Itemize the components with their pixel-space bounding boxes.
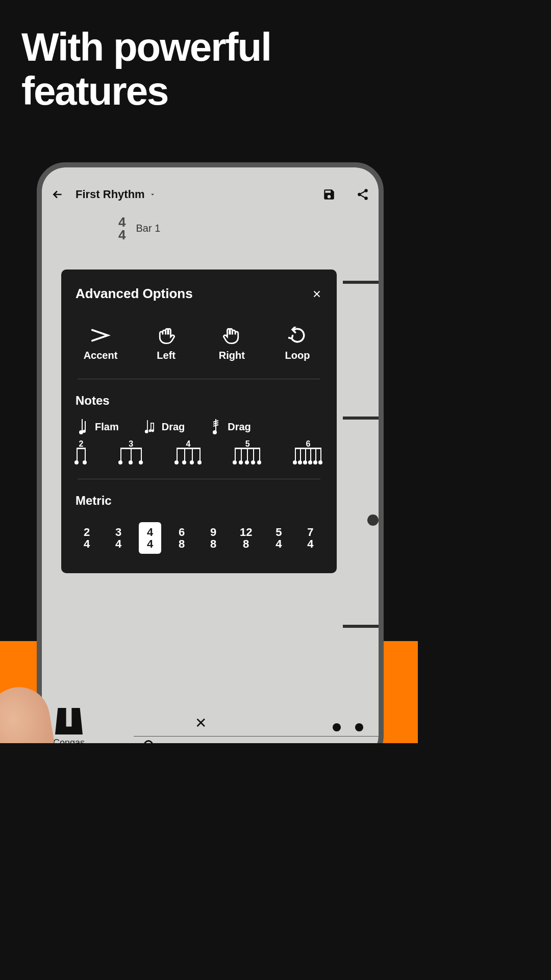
chevron-down-icon	[149, 191, 156, 198]
action-loop[interactable]: Loop	[274, 326, 320, 361]
metric-12-8[interactable]: 128	[234, 522, 258, 554]
action-row: Accent Left Right	[76, 326, 322, 379]
topbar: First Rhythm	[42, 183, 379, 206]
notes-section-title: Notes	[76, 394, 322, 408]
hand-right-icon	[221, 326, 242, 345]
ts-bottom: 4	[118, 229, 126, 241]
instrument-congas[interactable]: Congas	[53, 708, 85, 743]
svg-point-2	[364, 197, 368, 200]
advanced-options-modal: Advanced Options Accent Left	[61, 270, 337, 573]
divider	[78, 479, 320, 479]
action-right-hand[interactable]: Right	[209, 326, 255, 361]
svg-rect-5	[85, 421, 86, 431]
song-title-text: First Rhythm	[76, 188, 145, 201]
hero-title: With powerful features	[0, 0, 418, 113]
metric-2-4[interactable]: 24	[76, 522, 98, 554]
svg-rect-3	[82, 419, 83, 432]
svg-point-0	[364, 189, 368, 192]
action-label: Left	[157, 350, 176, 361]
svg-point-10	[148, 429, 151, 432]
metric-bottom: 4	[147, 538, 153, 550]
action-left-hand[interactable]: Left	[143, 326, 189, 361]
divider	[78, 379, 320, 379]
tuplet-4[interactable]: 4	[177, 448, 201, 463]
tuplet-3[interactable]: 3	[120, 448, 142, 463]
loop-icon	[287, 326, 308, 345]
note-drag-roll[interactable]: Drag	[210, 419, 251, 434]
notation-beam	[343, 416, 379, 420]
flam-icon	[78, 419, 90, 434]
metric-bottom: 4	[307, 538, 313, 550]
action-accent[interactable]: Accent	[78, 326, 123, 361]
instrument-label: Congas	[53, 738, 85, 743]
action-label: Accent	[84, 350, 118, 361]
accent-icon	[90, 326, 111, 345]
metric-3-4[interactable]: 34	[107, 522, 130, 554]
ts-top: 4	[118, 216, 126, 229]
tuplet-5[interactable]: 5	[235, 448, 260, 463]
metric-top: 7	[307, 526, 313, 538]
svg-rect-13	[151, 423, 154, 424]
metric-bottom: 8	[243, 538, 249, 550]
svg-point-4	[79, 430, 83, 434]
congas-icon	[55, 708, 83, 734]
drag-icon	[144, 419, 157, 434]
metric-9-8[interactable]: 98	[202, 522, 224, 554]
action-label: Right	[219, 350, 245, 361]
metric-top: 3	[115, 526, 121, 538]
notation-beam	[343, 625, 379, 628]
share-icon[interactable]	[356, 188, 369, 201]
close-icon[interactable]	[311, 288, 322, 300]
metric-top: 12	[240, 526, 252, 538]
metric-bottom: 4	[276, 538, 282, 550]
svg-point-15	[213, 430, 217, 434]
note-flam[interactable]: Flam	[78, 419, 119, 434]
metric-top: 2	[84, 526, 90, 538]
back-arrow-icon[interactable]	[51, 188, 64, 201]
metric-bottom: 4	[115, 538, 121, 550]
song-title-dropdown[interactable]: First Rhythm	[76, 188, 156, 201]
action-label: Loop	[285, 350, 310, 361]
metric-4-4[interactable]: 44	[139, 522, 161, 554]
hero-line-1: With powerful	[21, 26, 396, 69]
save-icon[interactable]	[322, 188, 336, 201]
svg-rect-7	[147, 420, 148, 431]
note-drag[interactable]: Drag	[144, 419, 185, 434]
tuplet-6[interactable]: 6	[295, 448, 321, 463]
instrument-row: Congas	[42, 708, 379, 743]
hero-line-2: features	[21, 69, 396, 113]
metric-6-8[interactable]: 68	[170, 522, 193, 554]
tuplet-2[interactable]: 2	[77, 448, 86, 463]
metric-bottom: 8	[210, 538, 216, 550]
svg-point-6	[83, 430, 86, 433]
note-label: Drag	[162, 421, 185, 433]
metric-top: 4	[147, 526, 153, 538]
phone-frame: First Rhythm 4 4 Bar 1 ✕	[37, 162, 384, 743]
metric-row: 24344468981285474	[76, 519, 322, 554]
metric-bottom: 8	[179, 538, 185, 550]
grid-note-dot	[367, 514, 379, 526]
metric-5-4[interactable]: 54	[267, 522, 290, 554]
metric-7-4[interactable]: 74	[299, 522, 321, 554]
notes-row: Flam Drag Drag	[76, 419, 322, 434]
svg-point-1	[358, 193, 361, 197]
metric-top: 6	[179, 526, 185, 538]
bar-label: Bar 1	[136, 223, 160, 234]
drag-roll-icon	[210, 419, 222, 434]
metric-top: 9	[210, 526, 216, 538]
time-signature[interactable]: 4 4 Bar 1	[118, 216, 160, 241]
metric-bottom: 4	[84, 538, 90, 550]
note-label: Flam	[95, 421, 119, 433]
note-label: Drag	[228, 421, 251, 433]
svg-point-12	[151, 429, 154, 432]
phone-screen: First Rhythm 4 4 Bar 1 ✕	[42, 167, 379, 743]
hand-left-icon	[156, 326, 177, 345]
tuplet-row: 23456	[76, 448, 322, 479]
modal-title: Advanced Options	[76, 286, 193, 302]
svg-point-8	[145, 430, 148, 433]
metric-top: 5	[276, 526, 282, 538]
metric-section-title: Metric	[76, 494, 322, 508]
notation-beam	[343, 281, 379, 284]
